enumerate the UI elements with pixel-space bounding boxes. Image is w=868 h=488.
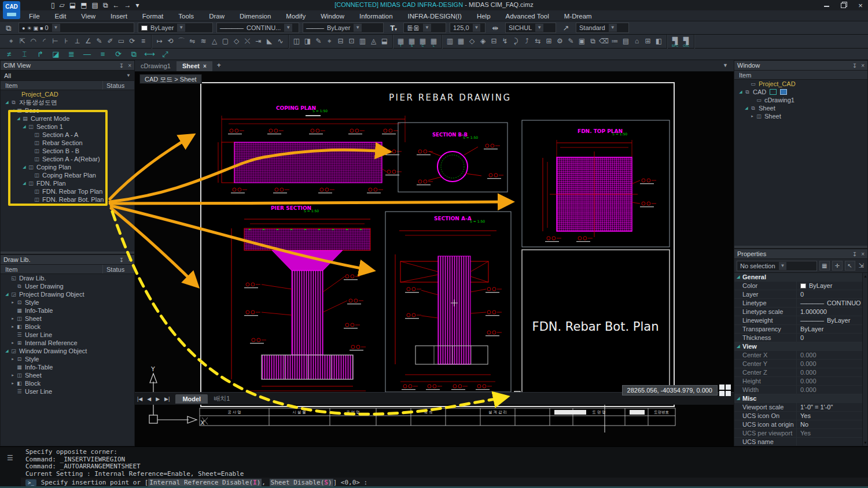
mleader-style-button[interactable]: ↗ [560,23,572,34]
command-line-panel[interactable]: ☰ Specify opposite corner:Command: _INSE… [0,446,868,488]
close-icon[interactable]: × [128,257,131,263]
swap-icon[interactable]: ⇆ [532,36,543,47]
tree-item-internal-reference[interactable]: ▸⊞Internal Reference [1,339,134,347]
pin-icon[interactable]: ↧ [852,251,857,257]
close-icon[interactable]: × [128,62,131,69]
tree-item-sheet[interactable]: ▸◫Sheet [1,371,134,379]
offset-icon[interactable]: ≋ [198,36,209,47]
tree-item-user-line[interactable]: ☰User Line [1,331,134,339]
tree-item-sheet[interactable]: ▸◫Sheet [734,112,867,120]
minus-box-icon[interactable]: ⊟ [335,36,346,47]
layer-combo[interactable]: ●☀▣■ 0▼ [19,23,134,33]
table-add-icon[interactable]: ⊞ [642,36,653,47]
forward-icon[interactable]: → [124,1,131,9]
font-combo[interactable]: 돋움▼ [403,23,446,33]
table-sum-icon[interactable]: ≔ [609,36,620,47]
property-value[interactable]: 0.000 [797,360,867,368]
tree-item-coping-rebar-plan[interactable]: ◫Coping Rebar Plan [1,171,134,179]
cim-view-filter[interactable]: All▼ [1,71,134,81]
view-shade-icon[interactable]: ◨ [302,36,313,47]
expander-icon[interactable]: ◢ [21,165,27,169]
property-row-height[interactable]: Height0.000 [734,377,867,386]
house-icon[interactable]: ⌂ [631,36,642,47]
sheet-icon[interactable]: ▤ [620,36,631,47]
axis2-icon[interactable]: ◈ [477,36,488,47]
dim-edit-icon[interactable]: ✎ [94,36,105,47]
restore-button[interactable] [840,1,848,8]
doc-edit-icon[interactable]: ✎ [565,36,576,47]
tree-item-project-cad[interactable]: ▭Project_CAD [734,80,867,88]
tree-item-style[interactable]: ▸⊡Style [1,355,134,363]
print-icon[interactable]: ▤ [92,1,98,9]
close-icon[interactable]: × [861,251,865,257]
last-tab-icon[interactable]: ▶| [162,396,172,402]
sketch-icon[interactable]: ✎ [313,36,324,47]
property-row-viewport-scale[interactable]: Viewport scale1'-0" = 1'-0" [734,403,867,412]
open-file-icon[interactable]: ▱ [60,1,65,9]
text-style-button[interactable]: T▾ [387,23,400,34]
cone-icon[interactable]: ◇ [231,36,242,47]
property-value[interactable]: 1.000000 [797,308,867,316]
vertex-icon[interactable]: ↱ [35,49,46,60]
properties-scrollbar[interactable]: ▲▼ [862,273,867,446]
menu-tools[interactable]: Tools [178,13,194,20]
multiline-icon[interactable]: ≠ [3,49,14,60]
property-row-linetype-scale[interactable]: Linetype scale1.000000 [734,308,867,316]
minimize-button[interactable] [824,1,832,8]
break-icon[interactable]: ◣ [264,36,275,47]
doc-icon[interactable]: ⬓ [379,36,390,47]
menu-advanced-tool[interactable]: Advanced Tool [506,13,549,20]
new-tab-button[interactable]: + [212,60,226,71]
grid-toggle-button[interactable] [719,384,731,397]
command-menu-icon[interactable]: ☰ [7,454,13,462]
dim-baseline-icon[interactable]: ⊢ [50,36,61,47]
table-c-icon[interactable]: ▦C [417,36,428,47]
dim-continue-icon[interactable]: ⊦ [61,36,72,47]
pin-icon[interactable]: ↧ [119,62,124,69]
doc-lock-icon[interactable]: ▣ [576,36,587,47]
dim-style-combo[interactable]: SICHUL▼ [505,23,556,33]
trim-icon[interactable]: ⤬ [242,36,253,47]
leader3-icon[interactable]: ⤴ [521,36,532,47]
property-value[interactable]: ————CONTINUO [797,299,867,307]
expander-icon[interactable]: ◢ [21,181,27,186]
tree-item-자동생성도면[interactable]: ◢⧉자동생성도면 [1,98,134,106]
multiline2-icon[interactable]: ≡ [97,49,108,60]
color-combo[interactable]: ByLayer▼ [138,23,213,33]
menu-view[interactable]: View [81,13,95,20]
dim-arc-icon[interactable]: ◠ [28,36,39,47]
close-tab-icon[interactable]: × [203,63,207,69]
doc-copy-icon[interactable]: ⧉ [587,36,598,47]
property-group-misc[interactable]: ◢Misc [734,394,867,403]
property-row-thickness[interactable]: Thickness0 [734,334,867,342]
expander-icon[interactable]: ▸ [10,300,16,305]
dim-style-button[interactable]: ⇹ [489,23,502,34]
tree-item-user-line[interactable]: ☰User Line [1,387,134,395]
selection-combo[interactable]: No selection▼ [737,261,817,271]
line-icon[interactable]: — [82,49,93,60]
pick-cursor-icon[interactable]: ↖ [845,261,855,271]
property-value[interactable]: ByLayer [797,282,867,290]
property-row-transparency[interactable]: TransparencyByLayer [734,325,867,334]
doc-tab-cdrawing1[interactable]: cDrawing1 [135,61,176,71]
expander-icon[interactable]: ◢ [4,292,10,297]
breadcrumb[interactable]: CAD 모드 > Sheet [139,74,202,84]
tab-layout1[interactable]: 배치1 [208,393,236,404]
expander-icon[interactable]: ▸ [10,373,16,378]
menu-help[interactable]: Help [477,13,491,20]
mleader-style-combo[interactable]: Standard▼ [576,23,629,33]
first-tab-icon[interactable]: |◀ [135,396,145,402]
dim-text-icon[interactable]: ✐ [105,36,116,47]
section-box-icon[interactable]: ⊟ [488,36,499,47]
property-row-lineweight[interactable]: Lineweight————ByLayer [734,316,867,325]
tri-icon[interactable]: ◬ [368,36,379,47]
spc-tool-icon[interactable]: ▜SPC [670,36,681,47]
property-row-width[interactable]: Width0.000 [734,386,867,394]
join-icon[interactable]: ∿ [275,36,286,47]
tree-item-draw-lib-[interactable]: ◱Draw Lib. [1,274,134,282]
page-icon[interactable]: ◪ [50,49,61,60]
menu-format[interactable]: Format [142,13,163,20]
tree-item-sheet[interactable]: ▸◫Sheet [1,315,134,323]
export-icon[interactable]: ⧉ [103,1,108,9]
back-icon[interactable]: ← [112,1,119,9]
